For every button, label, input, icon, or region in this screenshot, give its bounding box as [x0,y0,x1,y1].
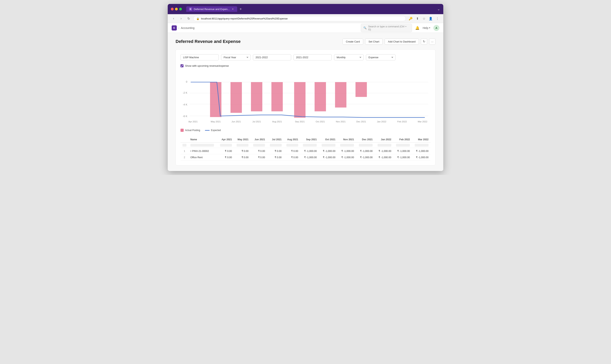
col-may-2021: May 2021 [234,137,250,143]
legend-expected: Expected [205,129,221,132]
refresh-button[interactable]: ↻ [421,38,427,45]
page-actions: Create Card Set Chart Add Chart to Dashb… [343,38,435,45]
bookmark-icon[interactable]: ☆ [421,16,427,21]
forward-button[interactable]: › [178,16,184,21]
row-2-oct: ₹ -1,000.00 [319,154,337,161]
row-1-num: 1 [181,148,188,154]
maximize-window-button[interactable] [179,8,182,11]
svg-text:-2 K: -2 K [183,92,187,94]
from-date-input[interactable] [253,54,291,60]
svg-text:Jun 2021: Jun 2021 [231,120,241,123]
avatar[interactable]: A [433,25,439,31]
svg-text:Jul 2021: Jul 2021 [252,120,261,123]
row-2-num: 2 [181,154,188,161]
col-feb-2022: Feb 2022 [393,137,412,143]
breadcrumb-link-accounting[interactable]: Accounting [181,26,195,29]
search-placeholder-text: Search or type a command (Ctrl + G) [368,25,410,31]
profile-icon[interactable]: 👤 [428,16,433,21]
page-content: Deferred Revenue and Expense Create Card… [168,33,443,171]
search-bar[interactable]: 🔍 Search or type a command (Ctrl + G) [361,24,412,32]
new-tab-button[interactable]: + [238,7,243,12]
browser-titlebar: E Deferred Revenue and Expen... ✕ + ⌄ [168,4,443,14]
type-select[interactable]: Expense Revenue [366,54,396,60]
add-chart-to-dashboard-button[interactable]: Add Chart to Dashboard [385,39,419,45]
upcoming-revenue-expense-checkbox[interactable] [181,64,184,67]
url-display: localhost:8011/app/query-report/Deferred… [201,17,288,20]
tab-favicon-icon: E [189,7,192,11]
col-jul-2021: Jul 2021 [267,137,283,143]
close-window-button[interactable] [171,8,174,11]
help-chevron-icon: ▾ [429,26,430,29]
row-2-sep: ₹ -1,000.00 [300,154,319,161]
col-name: Name [188,137,217,143]
row-1-name-text: PINV-21-00002 [192,150,209,153]
row-1-may: ₹ 0.00 [234,148,250,154]
frequency-select[interactable]: Monthly Quarterly Yearly [334,54,364,60]
notification-button[interactable]: 🔔 [415,26,419,30]
active-tab[interactable]: E Deferred Revenue and Expen... ✕ [186,6,237,12]
row-1-nov: ₹ -1,000.00 [337,148,356,154]
set-chart-button[interactable]: Set Chart [365,39,383,45]
table-row: 2 Office Rent ₹ 0.00 ₹ 0.00 ₹ 0.00 ₹ 0.0… [181,154,430,161]
minimize-window-button[interactable] [175,8,178,11]
legend-expected-color [205,130,210,131]
svg-text:May 2021: May 2021 [211,120,221,123]
svg-text:-6 K: -6 K [183,115,187,118]
bar-sep-2021 [294,82,306,118]
create-card-button[interactable]: Create Card [343,39,363,45]
app-icon[interactable]: E [172,25,177,30]
browser-expand-button[interactable]: ⌄ [437,7,440,11]
row-1-name[interactable]: ▾ PINV-21-00002 [188,148,217,154]
app-content: E › Accounting 🔍 Search or type a comman… [168,23,443,171]
svg-text:Jan 2022: Jan 2022 [377,120,386,123]
more-options-button[interactable]: ··· [429,38,435,45]
filters-row: Fiscal Year Monthly Quarterly Monthly Qu… [181,54,430,60]
page-title: Deferred Revenue and Expense [176,39,240,44]
legend-actual-posting: Actual Posting [181,129,200,132]
col-apr-2021: Apr 2021 [217,137,234,143]
topbar-right: 🔍 Search or type a command (Ctrl + G) 🔔 … [361,24,439,32]
reload-button[interactable]: ↻ [186,16,191,21]
period-select[interactable]: Fiscal Year Monthly Quarterly [221,54,251,60]
tab-close-button[interactable]: ✕ [231,7,234,11]
svg-text:0: 0 [186,81,187,83]
chart-svg: 0 -2 K -4 K -6 K [181,70,430,126]
address-bar[interactable]: 🔒 localhost:8011/app/query-report/Deferr… [193,16,406,21]
svg-text:Aug 2021: Aug 2021 [272,120,282,123]
data-table: Name Apr 2021 May 2021 Jun 2021 Jul 2021… [181,137,430,161]
svg-text:Sep 2021: Sep 2021 [295,120,305,123]
upcoming-revenue-expense-label[interactable]: Show with upcoming revenue/expense [185,64,229,67]
menu-icon[interactable]: ⋮ [435,16,440,21]
to-date-input[interactable] [293,54,332,60]
bar-jul-2021 [251,82,262,111]
chart-container: Fiscal Year Monthly Quarterly Monthly Qu… [176,49,435,166]
col-jan-2022: Jan 2022 [375,137,393,143]
breadcrumb-separator: › [178,26,179,29]
chart-area: 0 -2 K -4 K -6 K [181,70,430,126]
row-1-jun: ₹ 0.00 [250,148,267,154]
browser-actions: 🔑 ⬆ ☆ 👤 ⋮ [408,16,440,21]
item-filter-input[interactable] [181,54,219,60]
row-2-jun: ₹ 0.00 [250,154,267,161]
row-2-dec: ₹ -1,000.00 [356,154,375,161]
key-icon[interactable]: 🔑 [408,16,413,21]
share-icon[interactable]: ⬆ [414,16,420,21]
col-mar-2022: Mar 2022 [412,137,430,143]
bar-jun-2021 [230,82,242,113]
row-1-aug: ₹ 0.00 [284,148,300,154]
col-jun-2021: Jun 2021 [250,137,267,143]
row-1-mar: ₹ -1,000.00 [412,148,430,154]
bar-dec-2021 [356,82,367,97]
expand-icon[interactable]: ▾ [190,150,191,152]
browser-window: E Deferred Revenue and Expen... ✕ + ⌄ ‹ … [168,4,443,171]
bar-nov-2021 [335,82,346,107]
back-button[interactable]: ‹ [171,16,176,21]
help-button[interactable]: Help ▾ [423,26,430,29]
legend-actual-label: Actual Posting [185,129,200,132]
bar-aug-2021 [271,82,283,111]
row-2-aug: ₹ 0.00 [284,154,300,161]
tab-bar: E Deferred Revenue and Expen... ✕ + [186,6,435,12]
col-sep-2021: Sep 2021 [300,137,319,143]
svg-text:Nov 2021: Nov 2021 [336,120,345,123]
row-1-sep: ₹ -1,000.00 [300,148,319,154]
